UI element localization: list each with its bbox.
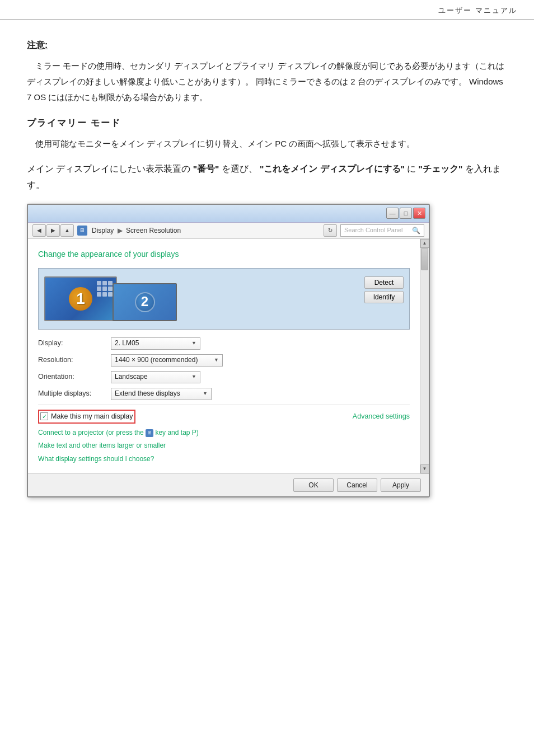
note-body: ミラー モードの使用時、セカンダリ ディスプレイとプライマリ ディスプレイの解像… <box>27 58 507 105</box>
monitor-2[interactable]: 2 <box>113 283 177 321</box>
close-button[interactable]: ✕ <box>413 208 425 219</box>
grid-dot <box>108 287 113 291</box>
address-path: Display ▶ Screen Resolution <box>92 225 320 236</box>
dialog-titlebar: — □ ✕ <box>28 205 429 223</box>
multiple-displays-field-row: Multiple displays: Extend these displays… <box>38 388 410 400</box>
primary-heading: プライマリー モード <box>27 115 507 130</box>
windows-key-icon: ⊞ <box>146 429 153 437</box>
main-display-checkbox-container[interactable]: ✓ Make this my main display <box>38 410 135 424</box>
resolution-select[interactable]: 1440 × 900 (recommended) ▼ <box>111 354 223 367</box>
scrollbar-thumb[interactable] <box>421 248 428 270</box>
manual-title: ユーザー マニュアル <box>438 6 517 15</box>
detect-identify-buttons[interactable]: Detect Identify <box>364 276 404 303</box>
instruction-text: メイン ディスプレイにしたい表示装置の "番号" を選び、 "これをメイン ディ… <box>27 161 507 193</box>
orientation-select[interactable]: Landscape ▼ <box>111 371 200 383</box>
main-display-label-text: Make this my main display <box>51 411 133 422</box>
minimize-button[interactable]: — <box>386 208 399 219</box>
main-display-label[interactable]: ✓ Make this my main display <box>40 411 133 422</box>
restore-button[interactable]: □ <box>400 208 412 219</box>
window-controls[interactable]: — □ ✕ <box>386 208 425 219</box>
apply-button[interactable]: Apply <box>381 478 421 492</box>
grid-dot <box>102 292 107 297</box>
multiple-displays-select[interactable]: Extend these displays ▼ <box>111 388 212 400</box>
grid-dot <box>102 287 107 291</box>
grid-dot <box>97 287 101 291</box>
path-display: Display <box>92 227 114 234</box>
resolution-select-value: 1440 × 900 (recommended) <box>115 354 198 365</box>
monitor-1-grid <box>97 281 113 297</box>
multiple-displays-value: Extend these displays <box>115 388 180 399</box>
scrollbar-up-arrow[interactable]: ▲ <box>420 239 429 248</box>
main-display-checkbox[interactable]: ✓ <box>40 412 48 420</box>
instruction-text-3: に <box>405 164 419 173</box>
dialog-footer: OK Cancel Apply <box>28 473 429 496</box>
multiple-displays-arrow: ▼ <box>203 389 208 398</box>
dialog-scroll-area: Change the appearance of your displays 1 <box>28 239 429 473</box>
help-link-projector[interactable]: Connect to a projector (or press the ⊞ k… <box>38 427 410 438</box>
grid-dot <box>97 281 101 285</box>
instruction-bold-3: "チェック" <box>419 164 463 173</box>
note-title: 注意: <box>27 37 507 53</box>
scrollbar-down-arrow[interactable]: ▼ <box>420 464 429 473</box>
search-placeholder: Search Control Panel <box>344 225 403 236</box>
grid-dot <box>108 281 113 285</box>
display-select-value: 2. LM05 <box>115 337 139 349</box>
display-label: Display: <box>38 337 111 349</box>
help-link-display-settings[interactable]: What display settings should I choose? <box>38 453 410 464</box>
path-separator: ▶ <box>118 227 123 234</box>
path-resolution: Screen Resolution <box>126 227 181 234</box>
dialog-scrollbar[interactable]: ▲ ▼ <box>420 239 429 473</box>
dialog-addressbar: ◀ ▶ ▲ ⊞ Display ▶ Screen Resolution ↻ Se… <box>28 223 429 239</box>
up-button[interactable]: ▲ <box>60 224 74 237</box>
identify-button[interactable]: Identify <box>364 291 404 303</box>
display-field-row: Display: 2. LM05 ▼ <box>38 337 410 350</box>
help-link-text-size[interactable]: Make text and other items larger or smal… <box>38 440 410 451</box>
detect-button[interactable]: Detect <box>364 276 404 289</box>
refresh-button[interactable]: ↻ <box>324 224 337 237</box>
page-header: ユーザー マニュアル <box>0 0 534 20</box>
separator <box>38 405 410 405</box>
resolution-select-arrow: ▼ <box>214 356 219 364</box>
grid-dot <box>108 292 113 297</box>
monitor-1-number: 1 <box>69 287 92 311</box>
advanced-settings-link[interactable]: Advanced settings <box>353 411 410 422</box>
orientation-select-value: Landscape <box>115 371 148 382</box>
change-appearance-title: Change the appearance of your displays <box>38 248 410 261</box>
monitor-2-number: 2 <box>135 292 155 312</box>
cancel-button[interactable]: Cancel <box>337 478 377 492</box>
nav-buttons[interactable]: ◀ ▶ ▲ <box>32 224 74 237</box>
instruction-text-2: を選び、 <box>219 164 260 173</box>
forward-button[interactable]: ▶ <box>46 224 60 237</box>
search-box[interactable]: Search Control Panel 🔍 <box>340 224 424 237</box>
resolution-label: Resolution: <box>38 354 111 366</box>
screen-resolution-dialog: — □ ✕ ◀ ▶ ▲ ⊞ Display ▶ Screen Resolutio… <box>27 204 430 497</box>
instruction-bold-1: "番号" <box>193 164 219 173</box>
orientation-label: Orientation: <box>38 371 111 383</box>
control-panel-icon: ⊞ <box>77 226 87 236</box>
grid-dot <box>102 281 107 285</box>
monitor-1[interactable]: 1 <box>44 276 117 321</box>
displays-area: 1 <box>38 268 410 330</box>
help-links: Connect to a projector (or press the ⊞ k… <box>38 427 410 464</box>
resolution-field-row: Resolution: 1440 × 900 (recommended) ▼ <box>38 354 410 367</box>
main-content: 注意: ミラー モードの使用時、セカンダリ ディスプレイとプライマリ ディスプレ… <box>0 20 534 524</box>
main-display-row: ✓ Make this my main display Advanced set… <box>38 410 410 424</box>
back-button[interactable]: ◀ <box>32 224 46 237</box>
grid-dot <box>97 292 101 297</box>
display-select[interactable]: 2. LM05 ▼ <box>111 337 200 350</box>
instruction-bold-2: "これをメイン ディスプレイにする" <box>260 164 405 173</box>
orientation-select-arrow: ▼ <box>191 373 196 381</box>
scrollbar-track[interactable] <box>420 248 429 464</box>
dialog-main: Change the appearance of your displays 1 <box>28 239 420 473</box>
orientation-field-row: Orientation: Landscape ▼ <box>38 371 410 383</box>
ok-button[interactable]: OK <box>293 478 334 492</box>
multiple-displays-label: Multiple displays: <box>38 388 111 400</box>
display-select-arrow: ▼ <box>191 339 196 348</box>
search-icon: 🔍 <box>412 225 420 236</box>
instruction-text-1: メイン ディスプレイにしたい表示装置の <box>27 164 193 173</box>
primary-body: 使用可能なモニターをメイン ディスプレイに切り替え、メイン PC の画面へ拡張し… <box>27 136 507 152</box>
